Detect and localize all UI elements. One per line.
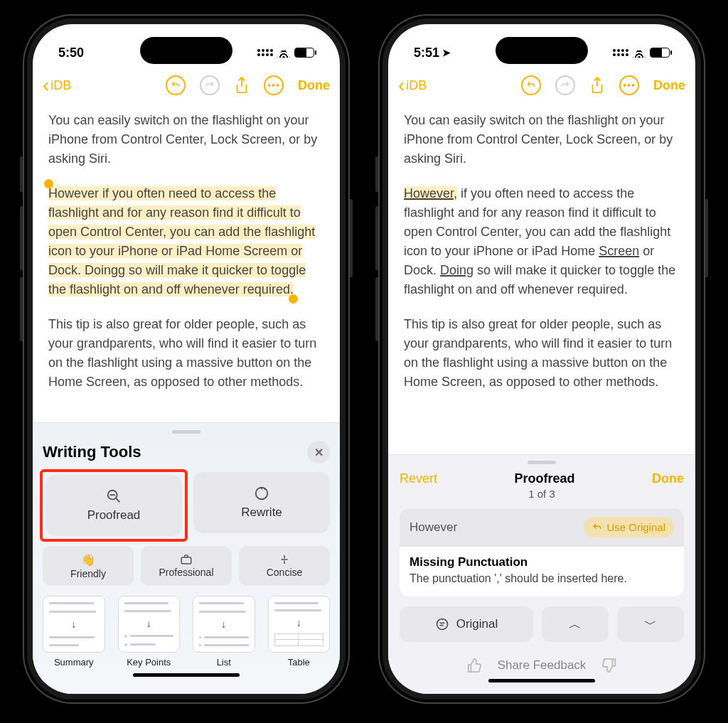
- original-icon: [435, 617, 449, 631]
- rewrite-label: Rewrite: [241, 505, 282, 520]
- highlight-box: Proofread: [40, 469, 188, 542]
- phone-left: 5:50 ‹ iDB: [23, 14, 350, 704]
- note-paragraph-selected: However if you often need to access the …: [48, 184, 324, 299]
- correction-word[interactable]: However,: [404, 186, 457, 200]
- writing-tools-sheet: Writing Tools ✕ Proofread: [33, 422, 340, 694]
- keypoints-template-button[interactable]: ↓ Key Points: [118, 596, 181, 668]
- ellipsis-icon: •••: [623, 80, 636, 91]
- note-paragraph: This tip is also great for older people,…: [48, 315, 324, 392]
- sheet-grabber[interactable]: [172, 430, 200, 434]
- chevron-down-icon: ﹀: [644, 616, 657, 633]
- undo-icon: [171, 80, 181, 90]
- proofread-counter: 1 of 3: [400, 488, 684, 500]
- selected-text: However if you often need to access the …: [48, 186, 315, 296]
- done-button[interactable]: Done: [653, 78, 685, 93]
- selection-handle-end[interactable]: [289, 294, 298, 304]
- notes-navbar: ‹ iDB ••• Done: [388, 68, 695, 102]
- close-icon: ✕: [314, 446, 323, 459]
- note-content[interactable]: You can easily switch on the flashlight …: [388, 102, 695, 454]
- rewrite-button[interactable]: Rewrite: [193, 472, 330, 533]
- correction-word[interactable]: Doing: [440, 263, 473, 277]
- notes-navbar: ‹ iDB ••• Done: [33, 68, 340, 102]
- proofread-word: However: [410, 520, 457, 535]
- rewrite-icon: [254, 486, 269, 501]
- more-button[interactable]: •••: [264, 75, 284, 95]
- concise-button[interactable]: Concise: [239, 546, 330, 586]
- redo-icon: [205, 80, 215, 90]
- revert-button[interactable]: Revert: [400, 471, 437, 486]
- original-toggle-button[interactable]: Original: [400, 606, 533, 642]
- dual-signal-icon: [613, 49, 628, 56]
- friendly-button[interactable]: 👋 Friendly: [43, 546, 134, 586]
- status-time: 5:50: [58, 45, 84, 60]
- home-indicator[interactable]: [488, 679, 595, 682]
- back-label: iDB: [406, 78, 427, 93]
- list-template-button[interactable]: ↓ List: [193, 596, 255, 668]
- svg-rect-4: [181, 557, 191, 564]
- dynamic-island: [140, 37, 232, 64]
- dual-signal-icon: [257, 49, 273, 56]
- back-button[interactable]: ‹ iDB: [43, 78, 71, 93]
- next-issue-button[interactable]: ﹀: [617, 606, 684, 642]
- summary-template-button[interactable]: ↓ Summary: [43, 596, 105, 668]
- professional-button[interactable]: Professional: [141, 546, 232, 586]
- share-feedback-row: Share Feedback: [400, 658, 684, 673]
- keypoints-preview-icon: ↓: [118, 596, 181, 653]
- done-button[interactable]: Done: [298, 78, 330, 93]
- redo-button: [555, 75, 575, 95]
- close-button[interactable]: ✕: [307, 441, 330, 464]
- note-content[interactable]: You can easily switch on the flashlight …: [33, 102, 340, 422]
- panel-done-button[interactable]: Done: [652, 471, 684, 486]
- screen-right: 5:51 ➤ ‹ iDB: [388, 24, 695, 694]
- note-paragraph-corrected: However, if you often need to access the…: [404, 184, 680, 299]
- issue-title: Missing Punctuation: [410, 555, 674, 569]
- wifi-icon: [277, 48, 290, 58]
- ellipsis-icon: •••: [267, 80, 280, 91]
- svg-point-8: [437, 619, 447, 630]
- note-paragraph: You can easily switch on the flashlight …: [404, 111, 680, 168]
- chevron-up-icon: ︿: [569, 616, 582, 633]
- prev-issue-button[interactable]: ︿: [542, 606, 609, 642]
- dynamic-island: [496, 37, 588, 64]
- panel-title: Proofread: [437, 471, 652, 486]
- table-preview-icon: ↓: [268, 596, 331, 653]
- wifi-icon: [633, 48, 646, 58]
- issue-description: The punctuation ',' should be inserted h…: [410, 572, 674, 585]
- proofread-label: Proofread: [87, 508, 141, 523]
- wave-icon: 👋: [81, 553, 95, 567]
- undo-button[interactable]: [521, 75, 541, 95]
- share-button[interactable]: [234, 76, 250, 95]
- home-indicator[interactable]: [133, 673, 240, 677]
- sheet-title: Writing Tools: [43, 443, 141, 461]
- thumbs-down-button[interactable]: [601, 658, 617, 673]
- proofread-button[interactable]: Proofread: [46, 475, 182, 536]
- selection-handle-start[interactable]: [44, 179, 53, 188]
- thumbs-up-button[interactable]: [466, 658, 482, 673]
- share-feedback-label[interactable]: Share Feedback: [498, 658, 587, 673]
- proofread-card: However Use Original Missing Punctuation…: [400, 508, 684, 596]
- note-paragraph: You can easily switch on the flashlight …: [48, 111, 324, 168]
- status-time: 5:51 ➤: [414, 45, 451, 60]
- screen-left: 5:50 ‹ iDB: [33, 24, 340, 694]
- undo-icon: [592, 523, 602, 532]
- battery-icon: [650, 48, 670, 58]
- location-icon: ➤: [442, 47, 451, 58]
- undo-button[interactable]: [166, 75, 186, 95]
- redo-icon: [560, 80, 570, 90]
- share-button[interactable]: [589, 76, 605, 95]
- status-indicators: [613, 48, 670, 58]
- sheet-grabber[interactable]: [528, 461, 556, 464]
- phone-right: 5:51 ➤ ‹ iDB: [378, 14, 705, 704]
- table-template-button[interactable]: ↓ Table: [268, 596, 331, 668]
- more-button[interactable]: •••: [619, 75, 639, 95]
- concise-icon: [278, 554, 291, 565]
- list-preview-icon: ↓: [193, 596, 255, 653]
- magnifier-icon: [106, 488, 122, 504]
- back-button[interactable]: ‹ iDB: [398, 78, 427, 93]
- summary-preview-icon: ↓: [43, 596, 105, 653]
- redo-button: [200, 75, 220, 95]
- briefcase-icon: [180, 554, 193, 565]
- use-original-button[interactable]: Use Original: [584, 517, 674, 537]
- correction-word[interactable]: Screen: [599, 244, 639, 258]
- proofread-panel: Revert Proofread Done 1 of 3 However Use…: [388, 454, 695, 694]
